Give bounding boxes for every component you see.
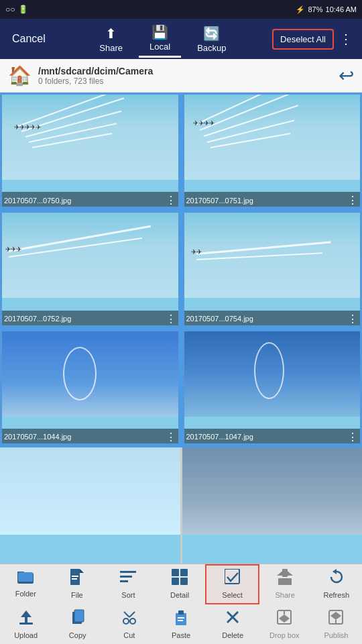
image-cell-1[interactable]: ✈✈✈✈✈ 20170507...0750.jpg ⋮: [0, 93, 180, 209]
svg-rect-13: [180, 578, 188, 585]
svg-rect-28: [178, 610, 184, 614]
file-button[interactable]: File: [52, 564, 103, 604]
status-left-icons: ○○ 🔋: [5, 5, 28, 14]
share-label: Share: [276, 591, 295, 599]
menu-icon[interactable]: ⋮: [334, 28, 358, 50]
filename-5: 20170507...1044.jpg: [4, 433, 166, 441]
backup-tab-icon: 🔄: [203, 25, 220, 42]
bottom-toolbar: Folder File Sort Detail Select: [0, 564, 362, 644]
dropbox-button[interactable]: Drop box: [259, 604, 310, 645]
image-menu-3[interactable]: ⋮: [166, 313, 176, 325]
image-cell-6[interactable]: 20170507...1047.jpg ⋮: [182, 329, 363, 445]
image-thumbnail-7: [0, 447, 180, 535]
publish-icon: [328, 609, 344, 629]
image-thumbnail-4: ✈✈: [182, 211, 363, 298]
image-cell-5[interactable]: 20170507...1044.jpg ⋮: [0, 329, 180, 445]
image-menu-6[interactable]: ⋮: [347, 431, 358, 443]
svg-rect-6: [72, 578, 77, 580]
svg-line-26: [129, 612, 135, 617]
paste-icon: [173, 609, 189, 629]
copy-button[interactable]: Copy: [52, 604, 103, 645]
svg-line-25: [124, 612, 129, 617]
time: 10:46 AM: [326, 5, 357, 13]
svg-marker-19: [21, 610, 32, 623]
tab-share[interactable]: ⬆ Share: [88, 21, 133, 57]
image-cell-3[interactable]: ✈✈✈ 20170507...0752.jpg ⋮: [0, 211, 180, 327]
battery-icon: 87%: [308, 5, 322, 13]
delete-label: Delete: [222, 631, 243, 639]
svg-rect-12: [172, 578, 179, 585]
image-thumbnail-1: ✈✈✈✈✈: [0, 93, 180, 180]
svg-marker-18: [333, 569, 337, 574]
toolbar-row-2: Upload Copy Cut Paste Delete: [0, 604, 362, 645]
sim-icon: ○○: [5, 5, 15, 14]
backup-tab-label: Backup: [197, 43, 226, 53]
toolbar-row-1: Folder File Sort Detail Select: [0, 564, 362, 604]
svg-point-23: [123, 619, 129, 624]
refresh-label: Refresh: [323, 591, 349, 599]
tab-backup[interactable]: 🔄 Backup: [186, 21, 237, 57]
filename-2: 20170507...0751.jpg: [186, 197, 348, 205]
image-thumbnail-2: ✈✈✈✈: [182, 93, 363, 180]
image-cell-7[interactable]: [0, 447, 180, 564]
svg-rect-5: [72, 576, 78, 577]
select-button[interactable]: Select: [205, 564, 259, 604]
paste-label: Paste: [172, 631, 190, 639]
image-cell-2[interactable]: ✈✈✈✈ 20170507...0751.jpg ⋮: [182, 93, 363, 209]
image-label-1: 20170507...0750.jpg ⋮: [0, 192, 180, 209]
back-button[interactable]: ↩: [339, 64, 354, 87]
nav-tabs: ⬆ Share 💾 Local 🔄 Backup: [54, 20, 272, 58]
svg-point-24: [130, 619, 135, 624]
cut-icon: [121, 609, 137, 629]
nav-bar: Cancel ⬆ Share 💾 Local 🔄 Backup Deselect…: [0, 19, 362, 59]
svg-rect-14: [225, 569, 239, 584]
svg-rect-11: [180, 569, 188, 576]
publish-button[interactable]: Publish: [310, 604, 362, 645]
delete-icon: [225, 609, 241, 629]
detail-button[interactable]: Detail: [154, 564, 206, 604]
image-menu-4[interactable]: ⋮: [347, 313, 358, 325]
file-label: File: [71, 591, 83, 599]
image-menu-5[interactable]: ⋮: [166, 431, 176, 443]
filename-3: 20170507...0752.jpg: [4, 315, 166, 323]
svg-rect-8: [120, 576, 132, 578]
svg-rect-7: [120, 571, 136, 573]
folder-label: Folder: [15, 590, 36, 598]
sort-label: Sort: [121, 591, 135, 599]
image-label-3: 20170507...0752.jpg ⋮: [0, 311, 180, 327]
svg-rect-20: [19, 623, 33, 625]
image-menu-1[interactable]: ⋮: [166, 194, 176, 207]
copy-icon: [70, 609, 86, 629]
dropbox-icon: [276, 609, 292, 629]
image-label-2: 20170507...0751.jpg ⋮: [182, 192, 363, 209]
folder-button[interactable]: Folder: [0, 564, 52, 604]
refresh-button[interactable]: Refresh: [310, 564, 362, 604]
image-cell-8[interactable]: [182, 447, 363, 564]
loop-trail-5: [63, 347, 97, 400]
cancel-button[interactable]: Cancel: [4, 29, 54, 49]
loop-trail-6: [254, 342, 284, 399]
image-thumbnail-5: [0, 329, 180, 417]
detail-label: Detail: [170, 591, 189, 599]
dropbox-label: Drop box: [269, 631, 300, 639]
image-label-5: 20170507...1044.jpg ⋮: [0, 429, 180, 445]
select-label: Select: [222, 591, 243, 599]
tab-local[interactable]: 💾 Local: [139, 20, 181, 58]
paste-button[interactable]: Paste: [155, 604, 206, 645]
deselect-all-button[interactable]: Deselect All: [272, 29, 334, 50]
image-cell-4[interactable]: ✈✈ 20170507...0754.jpg ⋮: [182, 211, 363, 327]
refresh-icon: [328, 569, 345, 589]
cut-button[interactable]: Cut: [103, 604, 155, 645]
upload-label: Upload: [14, 631, 38, 639]
share-button[interactable]: Share: [259, 564, 311, 604]
image-menu-2[interactable]: ⋮: [347, 194, 358, 207]
image-label-6: 20170507...1047.jpg ⋮: [182, 429, 363, 445]
image-thumbnail-8: [182, 447, 363, 535]
share-tab-icon: ⬆: [105, 25, 117, 42]
upload-button[interactable]: Upload: [0, 604, 52, 645]
image-thumbnail-6: [182, 329, 363, 417]
sort-button[interactable]: Sort: [103, 564, 154, 604]
select-icon: [225, 569, 241, 589]
delete-button[interactable]: Delete: [207, 604, 259, 645]
home-button[interactable]: 🏠: [8, 64, 32, 87]
